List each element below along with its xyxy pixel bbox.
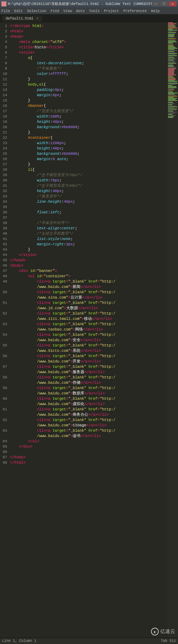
menu-find[interactable]: Find <box>51 9 59 13</box>
minimap[interactable] <box>167 22 178 638</box>
app-icon <box>1 1 6 6</box>
minimize-button[interactable]: ─ <box>152 1 159 6</box>
tab-label: default1.html <box>6 17 33 21</box>
menu-selection[interactable]: Selection <box>27 9 46 13</box>
menu-edit[interactable]: Edit <box>14 9 23 13</box>
line-gutter: 1234567891011121314151617181920212223242… <box>0 22 10 638</box>
menu-tools[interactable]: Tools <box>89 9 100 13</box>
watermark-text: 亿速云 <box>160 628 175 635</box>
menu-bar: FileEditSelectionFindViewGotoToolsProjec… <box>0 8 178 14</box>
status-cursor: Line 1, Column 1 <box>2 639 36 643</box>
window-title: H:\php\总结\20161110\导航条链接\default1.html -… <box>8 1 152 6</box>
menu-project[interactable]: Project <box>104 9 119 13</box>
watermark: ◐ 亿速云 <box>151 628 175 635</box>
tab-bar: default1.html × <box>0 14 178 22</box>
menu-view[interactable]: View <box>63 9 72 13</box>
menu-goto[interactable]: Goto <box>76 9 85 13</box>
tab-close-icon[interactable]: × <box>36 17 38 21</box>
maximize-button[interactable]: □ <box>160 1 168 6</box>
status-tab-size[interactable]: Tab Siz <box>161 639 176 643</box>
editor-area[interactable]: 1234567891011121314151617181920212223242… <box>0 22 178 638</box>
code-content[interactable]: <!doctype html><html><head> <meta charse… <box>10 22 167 638</box>
tab-default1[interactable]: default1.html × <box>2 16 42 22</box>
menu-preferences[interactable]: Preferences <box>123 9 147 13</box>
status-bar: Line 1, Column 1 Tab Siz <box>0 638 178 644</box>
close-button[interactable]: ✕ <box>169 1 177 6</box>
menu-help[interactable]: Help <box>151 9 159 13</box>
window-titlebar: H:\php\总结\20161110\导航条链接\default1.html -… <box>0 0 178 8</box>
menu-file[interactable]: File <box>1 9 10 13</box>
watermark-icon: ◐ <box>151 628 159 635</box>
